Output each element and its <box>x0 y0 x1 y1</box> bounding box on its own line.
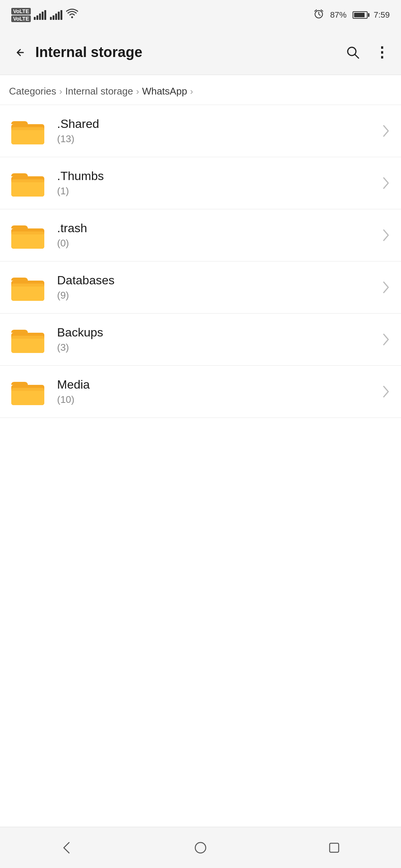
chevron-right-icon <box>380 281 392 293</box>
folder-icon-wrap <box>9 270 47 304</box>
folder-name: .Shared <box>57 117 380 131</box>
signal-bars-2 <box>50 10 62 20</box>
folder-name: Backups <box>57 326 380 339</box>
folder-item-1[interactable]: .Thumbs (1) <box>0 157 401 209</box>
folder-info: Backups (3) <box>57 326 380 353</box>
folder-item-4[interactable]: Backups (3) <box>0 314 401 366</box>
folder-name: .Thumbs <box>57 169 380 183</box>
more-options-button[interactable]: ⋮ <box>371 42 392 63</box>
folder-count: (1) <box>57 185 380 197</box>
breadcrumb-sep-2: › <box>136 86 139 97</box>
signal-icons <box>34 9 78 22</box>
folder-icon-wrap <box>9 114 47 148</box>
signal-bars-1 <box>34 10 46 20</box>
folder-count: (13) <box>57 133 380 145</box>
wifi-icon <box>66 9 78 22</box>
folder-item-5[interactable]: Media (10) <box>0 366 401 418</box>
folder-count: (9) <box>57 290 380 301</box>
breadcrumb-sep-3: › <box>190 86 193 97</box>
breadcrumb-categories[interactable]: Categories <box>9 86 56 97</box>
folder-icon <box>11 272 45 302</box>
chevron-right-icon <box>380 333 392 345</box>
folder-icon-wrap <box>9 218 47 252</box>
svg-rect-8 <box>11 179 44 182</box>
chevron-right-icon <box>380 177 392 189</box>
folder-icon <box>11 324 45 354</box>
volte-2: VoLTE <box>11 15 31 22</box>
folder-icon-wrap <box>9 375 47 408</box>
svg-point-0 <box>71 16 73 18</box>
breadcrumb-internal-storage[interactable]: Internal storage <box>65 86 133 97</box>
battery-percent: 87% <box>330 10 347 20</box>
folder-icon <box>11 377 45 407</box>
alarm-icon <box>314 9 324 21</box>
svg-rect-20 <box>11 388 44 391</box>
svg-rect-5 <box>11 127 44 130</box>
chevron-right-icon <box>380 125 392 137</box>
nav-recent-button[interactable] <box>319 833 349 863</box>
battery-fill <box>354 13 365 17</box>
svg-rect-11 <box>11 231 44 234</box>
battery-icon <box>353 11 368 19</box>
battery-container <box>353 11 368 19</box>
status-bar: VoLTE VoLTE <box>0 0 401 30</box>
nav-back-button[interactable] <box>52 833 82 863</box>
breadcrumb: Categories › Internal storage › WhatsApp… <box>0 75 401 105</box>
folder-info: .Thumbs (1) <box>57 169 380 197</box>
folder-list: .Shared (13) .Thumbs (1) <box>0 105 401 418</box>
more-dots-icon: ⋮ <box>375 45 388 60</box>
volte-badges: VoLTE VoLTE <box>11 8 31 22</box>
svg-rect-14 <box>11 284 44 287</box>
svg-rect-22 <box>330 843 339 852</box>
volte-1: VoLTE <box>11 8 31 15</box>
folder-icon <box>11 168 45 198</box>
folder-item-0[interactable]: .Shared (13) <box>0 105 401 157</box>
folder-count: (10) <box>57 394 380 405</box>
folder-count: (0) <box>57 237 380 249</box>
app-bar: Internal storage ⋮ <box>0 30 401 75</box>
status-left: VoLTE VoLTE <box>11 8 78 22</box>
folder-icon-wrap <box>9 166 47 200</box>
bottom-nav <box>0 827 401 868</box>
breadcrumb-sep-1: › <box>59 86 62 97</box>
folder-icon-wrap <box>9 323 47 356</box>
chevron-right-icon <box>380 229 392 241</box>
nav-home-button[interactable] <box>185 833 216 863</box>
svg-rect-17 <box>11 336 44 339</box>
folder-icon <box>11 116 45 146</box>
folder-info: Databases (9) <box>57 273 380 301</box>
search-button[interactable] <box>342 42 363 63</box>
folder-info: .trash (0) <box>57 221 380 249</box>
folder-info: Media (10) <box>57 378 380 405</box>
back-button[interactable] <box>9 41 32 64</box>
chevron-right-icon <box>380 386 392 398</box>
page-title: Internal storage <box>35 44 342 60</box>
folder-name: .trash <box>57 221 380 235</box>
time-display: 7:59 <box>374 10 390 20</box>
app-bar-actions: ⋮ <box>342 42 392 63</box>
folder-count: (3) <box>57 342 380 353</box>
folder-item-3[interactable]: Databases (9) <box>0 261 401 314</box>
status-right: 87% 7:59 <box>314 9 390 21</box>
folder-icon <box>11 220 45 250</box>
folder-name: Media <box>57 378 380 392</box>
folder-item-2[interactable]: .trash (0) <box>0 209 401 261</box>
breadcrumb-whatsapp[interactable]: WhatsApp <box>142 86 187 97</box>
svg-point-21 <box>195 842 206 853</box>
folder-name: Databases <box>57 273 380 287</box>
folder-info: .Shared (13) <box>57 117 380 145</box>
